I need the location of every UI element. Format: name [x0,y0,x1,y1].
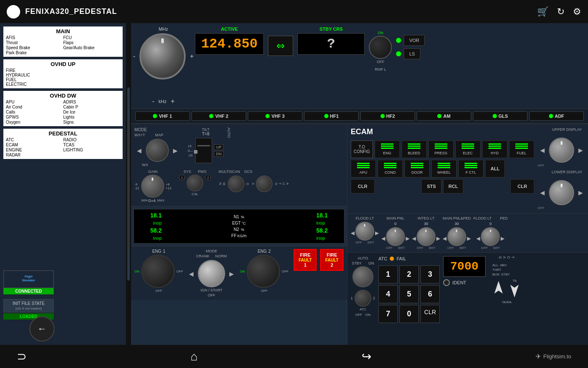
nav-adirs[interactable]: ADIRS [63,100,121,104]
nav-tcas[interactable]: TCAS [63,143,121,147]
norm-ign-knob[interactable] [198,260,225,287]
nav-lighting[interactable]: LIGHTING [63,148,121,152]
upper-disp-right-btn[interactable]: ▶ [576,146,585,154]
bottom-left-icon[interactable]: ⊃ [17,349,26,363]
door-btn[interactable]: DOOR [404,160,430,177]
nav-electric[interactable]: ELECTRIC [6,82,120,87]
vhf3-button[interactable]: VHF 3 [248,111,302,121]
khz-plus-btn[interactable]: + [168,97,177,106]
nav-aircond[interactable]: Air Cond [6,105,63,109]
nav-signs[interactable]: Signs [63,120,121,124]
sys-knob[interactable] [186,175,203,191]
adf-button[interactable]: ADF [529,111,584,121]
nav-thrust[interactable]: Thrust [6,40,63,45]
gain-knob[interactable] [141,175,164,198]
nav-radio[interactable]: RADIO [63,138,121,142]
transfer-button[interactable]: ⇔ [268,36,293,56]
integlt-left-btn[interactable]: ◀ [412,236,416,241]
nav-fcu[interactable]: FCU [63,35,121,40]
flood1-left-btn[interactable]: ◀ [351,230,354,236]
nav-gearauto[interactable]: Gear/Auto Brake [63,45,121,50]
bleed-btn[interactable]: BLEED [402,140,427,158]
flood2-right-btn[interactable]: ▶ [501,236,504,241]
nav-speedbrake[interactable]: Speed Brake [6,45,63,50]
nav-fire[interactable]: FIRE [6,68,120,73]
nav-gpws[interactable]: GPWS [6,115,63,119]
mainpnl-knob[interactable] [386,227,405,246]
eng-btn[interactable]: ENG [375,140,400,158]
eng2-knob[interactable] [247,254,280,288]
lower-disp-right-btn[interactable]: ▶ [576,188,585,197]
rcl-btn[interactable]: RCL [443,179,464,193]
nav-ecam[interactable]: ECAM [6,143,63,147]
atc-auto-knob[interactable] [352,266,373,287]
fire2-button[interactable]: FIRE FAULT 2 [320,249,343,271]
nav-radar[interactable]: RADAR [6,153,63,157]
ls-button[interactable]: LS [404,48,420,59]
fire1-button[interactable]: FIRE FAULT 1 [294,249,317,271]
nav-afis[interactable]: AFIS [6,35,63,40]
clr2-btn[interactable]: CLR [510,179,534,193]
tilt-dn-btn[interactable]: DN [214,151,223,157]
tilt-indicator[interactable] [194,150,197,154]
nav-hydraulic[interactable]: HYDRAULIC [6,73,120,77]
upper-disp-left-btn[interactable]: ◀ [538,146,547,154]
key-4[interactable]: 4 [378,285,398,303]
gcs-knob[interactable] [256,175,273,192]
mode-knob[interactable] [146,139,169,162]
nav-flaps[interactable]: Flaps [63,40,121,45]
key-2[interactable]: 2 [399,265,419,283]
lower-bright-knob[interactable] [549,180,574,205]
nav-oxygen[interactable]: Oxygen [6,120,63,124]
multiscan-knob[interactable] [228,175,244,192]
flood2-knob[interactable] [481,227,500,246]
key-7[interactable]: 7 [378,305,398,323]
key-3[interactable]: 3 [420,265,440,283]
nav-engine[interactable]: ENGINE [6,148,63,152]
gls-button[interactable]: GLS [473,111,528,121]
key-1[interactable]: 1 [378,265,398,283]
mode-eng-right-btn[interactable]: ▶ [227,270,236,278]
nav-fuel[interactable]: FUEL [6,77,120,82]
mode-left-btn[interactable]: ◀ [134,146,144,155]
mhz-knob[interactable] [139,33,186,79]
vhf1-button[interactable]: VHF 1 [135,111,190,121]
to-config-button[interactable]: T.OCONFIG [351,140,373,158]
tilt-up-btn[interactable]: UP [214,144,223,150]
key-6[interactable]: 6 [420,285,440,303]
mainpnl-left-btn[interactable]: ◀ [381,236,385,241]
clr1-btn[interactable]: CLR [351,179,375,193]
mode-eng-left-btn[interactable]: ◀ [186,270,196,278]
nav-atc[interactable]: ATC [6,138,63,142]
fuel-btn[interactable]: FUEL [509,140,534,158]
hyd-btn[interactable]: HYD [482,140,507,158]
nav-cabinp[interactable]: Cabin P [63,105,121,109]
hf1-button[interactable]: HF1 [304,111,359,121]
bottom-center-icon[interactable]: ⌂ [191,350,198,363]
mhz-minus-btn[interactable]: - [131,52,138,61]
upper-bright-knob[interactable] [549,138,574,163]
vor-button[interactable]: VOR [404,35,425,46]
apu-btn[interactable]: APU [351,160,376,177]
lower-disp-left-btn[interactable]: ◀ [538,188,547,197]
mainped-knob[interactable] [447,227,466,246]
cart-icon[interactable]: 🛒 [537,6,549,17]
refresh-icon[interactable]: ↻ [557,6,564,17]
mainped-left-btn[interactable]: ◀ [443,236,446,241]
key-0[interactable]: 0 [399,305,419,323]
key-clr[interactable]: CLR [420,305,440,323]
all-btn[interactable]: ALL [485,160,505,177]
nav-lights[interactable]: Lights [63,115,121,119]
integlt-right-btn[interactable]: ▶ [436,236,440,241]
hf2-button[interactable]: HF2 [360,111,415,121]
nav-deice[interactable]: De Ice [63,110,121,114]
cond-btn[interactable]: COND [378,160,403,177]
mainped-right-btn[interactable]: ▶ [467,236,471,241]
elec-btn[interactable]: ELEC [455,140,480,158]
integlt-knob[interactable] [417,227,436,246]
nav-parkbrake[interactable]: Park Brake [6,50,63,55]
nav-calls[interactable]: Calls [6,110,63,114]
mainpnl-right-btn[interactable]: ▶ [406,236,410,241]
rmp-on-off-knob[interactable] [369,36,392,59]
khz-minus-btn[interactable]: - [150,97,157,106]
